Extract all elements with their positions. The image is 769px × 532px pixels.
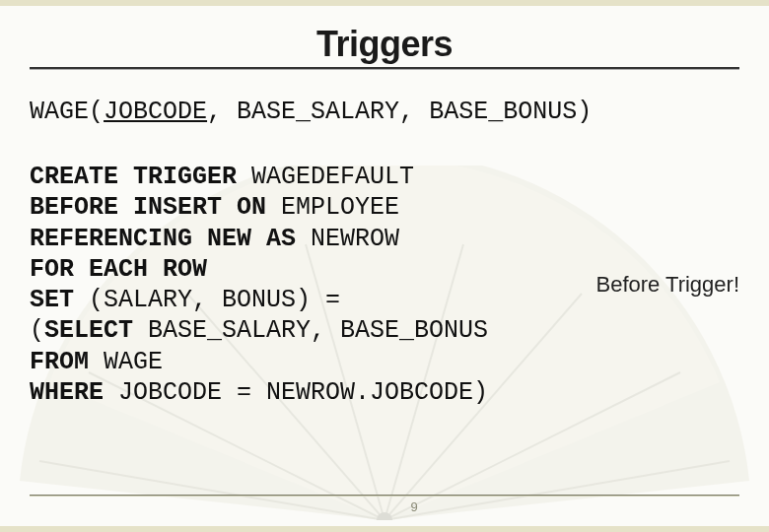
where-clause: JOBCODE = NEWROW.JOBCODE)	[118, 378, 488, 407]
title-rule	[30, 67, 739, 70]
from-table: WAGE	[104, 348, 163, 376]
kw-where: WHERE	[30, 378, 118, 407]
slide: Triggers WAGE(JOBCODE, BASE_SALARY, BASE…	[0, 6, 769, 526]
schema-col3: BASE_BONUS	[429, 98, 577, 126]
kw-create-trigger: CREATE TRIGGER	[30, 163, 251, 191]
slide-title: Triggers	[30, 24, 739, 65]
slide-content: Triggers WAGE(JOBCODE, BASE_SALARY, BASE…	[30, 24, 739, 408]
kw-set: SET	[30, 286, 89, 314]
paren-open: (	[30, 316, 44, 345]
ident-newrow: NEWROW	[311, 225, 399, 253]
select-cols: BASE_SALARY, BASE_BONUS	[148, 316, 488, 345]
ident-trigger-name: WAGEDEFAULT	[251, 163, 414, 191]
schema-table: WAGE	[30, 98, 89, 126]
ident-table: EMPLOYEE	[281, 193, 399, 222]
schema-pk: JOBCODE	[104, 98, 207, 126]
page-number: 9	[30, 499, 769, 514]
footer-rule	[30, 495, 739, 497]
set-cols: (SALARY, BONUS) =	[89, 286, 340, 314]
kw-from: FROM	[30, 348, 104, 376]
kw-for-each-row: FOR EACH ROW	[30, 255, 207, 284]
annotation-before-trigger: Before Trigger!	[595, 272, 739, 298]
schema-line: WAGE(JOBCODE, BASE_SALARY, BASE_BONUS)	[30, 98, 739, 126]
kw-before-insert-on: BEFORE INSERT ON	[30, 193, 281, 222]
kw-referencing-new-as: REFERENCING NEW AS	[30, 225, 311, 253]
kw-select: SELECT	[44, 316, 148, 345]
schema-col2: BASE_SALARY	[237, 98, 399, 126]
